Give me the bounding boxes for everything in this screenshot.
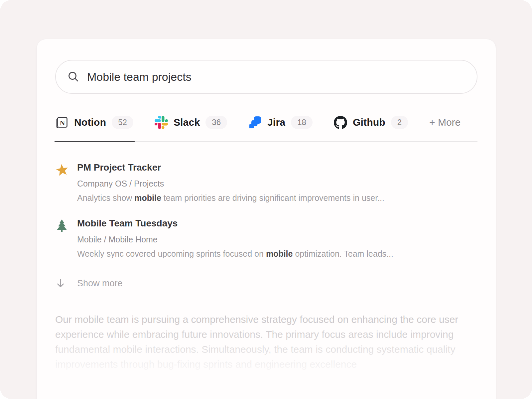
tab-notion-label: Notion (74, 117, 106, 128)
github-icon (334, 116, 347, 129)
snippet-highlight: mobile (134, 193, 161, 202)
search-overlay-screen: N Notion 52 Slack 36 (0, 0, 532, 399)
tree-icon (55, 219, 68, 233)
jira-icon (248, 116, 262, 129)
tab-github-count: 2 (391, 116, 408, 129)
result-pm-project-tracker[interactable]: PM Project Tracker Company OS / Projects… (55, 162, 477, 203)
ai-summary-text: Our mobile team is pursuing a comprehens… (55, 312, 469, 372)
search-input[interactable] (87, 70, 466, 83)
tab-jira-count: 18 (291, 116, 313, 129)
result-breadcrumb: Company OS / Projects (77, 179, 477, 189)
slack-icon (155, 116, 168, 129)
result-mobile-team-tuesdays[interactable]: Mobile Team Tuesdays Mobile / Mobile Hom… (55, 218, 477, 259)
star-icon (55, 163, 69, 177)
search-bar[interactable] (55, 60, 477, 94)
tab-github[interactable]: Github 2 (334, 116, 408, 129)
snippet-highlight: mobile (266, 249, 293, 258)
tab-notion-count: 52 (112, 116, 133, 129)
tab-github-label: Github (353, 117, 385, 128)
tab-slack-label: Slack (174, 117, 200, 128)
tab-slack-count: 36 (205, 116, 227, 129)
svg-text:N: N (60, 119, 65, 127)
notion-icon: N (55, 116, 68, 129)
source-tabs: N Notion 52 Slack 36 (55, 116, 477, 142)
result-snippet: Analytics show mobile team priorities ar… (77, 193, 477, 203)
arrow-down-icon (55, 278, 66, 289)
result-title: PM Project Tracker (77, 162, 477, 173)
tab-jira-label: Jira (267, 117, 285, 128)
result-snippet: Weekly sync covered upcoming sprints foc… (77, 249, 477, 259)
tab-jira[interactable]: Jira 18 (248, 116, 313, 129)
result-title: Mobile Team Tuesdays (77, 218, 477, 229)
universal-search-modal: N Notion 52 Slack 36 (37, 39, 496, 399)
tab-notion[interactable]: N Notion 52 (55, 116, 133, 129)
result-breadcrumb: Mobile / Mobile Home (77, 234, 477, 244)
show-more-button[interactable]: Show more (55, 278, 477, 289)
tab-slack[interactable]: Slack 36 (155, 116, 227, 129)
tab-more[interactable]: + More (429, 117, 461, 128)
show-more-label: Show more (77, 278, 123, 289)
search-results: PM Project Tracker Company OS / Projects… (55, 162, 477, 259)
search-icon (67, 70, 80, 83)
